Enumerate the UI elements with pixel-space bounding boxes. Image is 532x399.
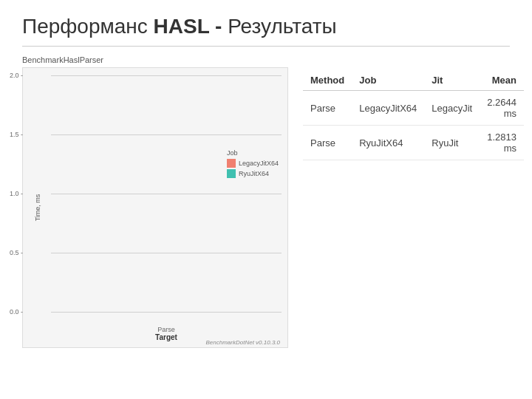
legend-label-ryu: RyuJitX64	[239, 170, 269, 177]
y-tick-00: 0.0 -	[0, 308, 23, 316]
title-prefix: Перформанс	[22, 15, 154, 38]
col-job: Job	[352, 70, 424, 91]
y-tick-15: 1.5 -	[0, 131, 23, 138]
chart-area: BenchmarkHaslParser Time, ms	[22, 55, 288, 348]
legend-item-ryu: RyuJitX64	[227, 169, 279, 178]
grid-line-1	[51, 134, 282, 135]
title-suffix: Результаты	[228, 15, 336, 38]
row2-mean: 1.2813 ms	[480, 126, 524, 160]
benchmark-label: BenchmarkDotNet v0.10.3.0	[206, 339, 281, 346]
y-tick-20: 2.0 -	[0, 72, 23, 79]
legend-label-legacy: LegacyJitX64	[239, 160, 279, 167]
row2-jit: RyuJit	[424, 126, 480, 160]
col-method: Method	[303, 70, 352, 91]
results-table: Method Job Jit Mean Parse LegacyJitX64 L…	[303, 70, 524, 160]
legend-swatch-ryu	[227, 169, 236, 178]
grid-line-bottom	[51, 312, 282, 313]
grid-line-3	[51, 253, 282, 253]
page: Перформанс HASL - Результаты BenchmarkHa…	[0, 0, 532, 399]
row2-method: Parse	[303, 126, 352, 160]
table-row: Parse RyuJitX64 RyuJit 1.2813 ms	[303, 126, 524, 160]
row1-mean: 2.2644 ms	[480, 91, 524, 126]
row2-job: RyuJitX64	[352, 126, 424, 160]
chart-plot-area	[51, 75, 282, 312]
col-mean: Mean	[480, 70, 524, 91]
legend-title: Job	[227, 149, 279, 157]
page-title: Перформанс HASL - Результаты	[22, 15, 510, 47]
legend-item-legacy: LegacyJitX64	[227, 159, 279, 168]
table-header-row: Method Job Jit Mean	[303, 70, 524, 91]
chart-container: Time, ms 2.0 -	[22, 67, 288, 348]
row1-jit: LegacyJit	[424, 91, 480, 126]
title-dash: -	[209, 15, 228, 38]
col-jit: Jit	[424, 70, 480, 91]
y-axis-label: Time, ms	[34, 194, 41, 222]
row1-method: Parse	[303, 91, 352, 126]
grid-line-2	[51, 194, 282, 194]
content-area: BenchmarkHaslParser Time, ms	[22, 55, 510, 348]
row1-job: LegacyJitX64	[352, 91, 424, 126]
title-brand: HASL	[154, 15, 210, 38]
x-label-parse: Parse	[157, 326, 175, 333]
right-panel: Method Job Jit Mean Parse LegacyJitX64 L…	[303, 55, 524, 348]
y-tick-10: 1.0 -	[0, 190, 23, 197]
x-label-target: Target	[155, 333, 177, 341]
table-row: Parse LegacyJitX64 LegacyJit 2.2644 ms	[303, 91, 524, 126]
chart-title: BenchmarkHaslParser	[22, 55, 288, 64]
grid-line-top	[51, 75, 282, 76]
y-tick-05: 0.5 -	[0, 249, 23, 256]
legend-swatch-legacy	[227, 159, 236, 168]
legend: Job LegacyJitX64 RyuJitX64	[227, 149, 279, 180]
